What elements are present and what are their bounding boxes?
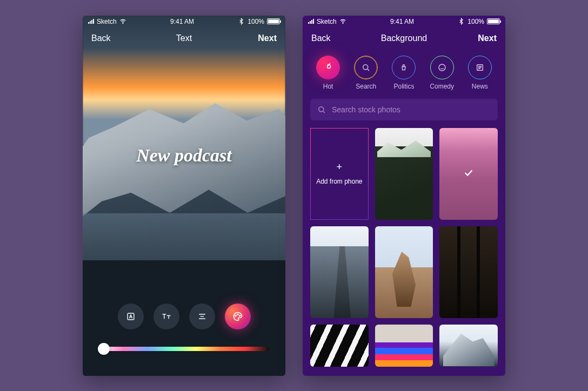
photo-tile-peak[interactable] xyxy=(439,325,498,367)
category-label: Politics xyxy=(393,83,414,90)
bluetooth-icon xyxy=(238,18,245,25)
category-label: News xyxy=(472,83,488,90)
nav-bar: Back Text Next xyxy=(83,28,285,49)
category-hot[interactable]: Hot xyxy=(312,56,344,90)
battery-percent: 100% xyxy=(248,18,264,25)
page-title: Text xyxy=(83,33,285,43)
category-politics[interactable]: Politics xyxy=(387,56,420,90)
photo-tile-rock[interactable] xyxy=(375,226,433,318)
align-center-icon xyxy=(197,311,208,322)
bluetooth-icon xyxy=(458,18,465,25)
svg-point-7 xyxy=(439,64,445,71)
slider-thumb[interactable] xyxy=(98,343,110,355)
search-icon xyxy=(361,63,371,72)
svg-point-5 xyxy=(343,23,343,24)
thumb-image xyxy=(375,325,433,367)
photo-tile-road[interactable] xyxy=(310,226,369,318)
thumb-image xyxy=(439,226,498,318)
photo-tile-glitch[interactable] xyxy=(375,325,433,367)
palette-icon xyxy=(232,311,243,322)
smile-icon xyxy=(437,63,447,72)
battery-icon xyxy=(267,18,280,24)
svg-point-3 xyxy=(237,314,238,315)
font-icon xyxy=(125,311,136,322)
next-button[interactable]: Next xyxy=(478,33,497,43)
news-icon xyxy=(475,63,485,72)
category-row: Hot Search Politics Comedy News xyxy=(303,49,505,96)
align-button[interactable] xyxy=(189,304,215,329)
status-bar: Sketch 9:41 AM 100% xyxy=(303,16,505,28)
back-button[interactable]: Back xyxy=(91,33,111,43)
next-button[interactable]: Next xyxy=(258,33,277,43)
svg-point-2 xyxy=(235,315,236,316)
text-toolbar xyxy=(83,304,285,329)
battery-icon xyxy=(487,18,500,24)
thumb-image xyxy=(310,226,369,318)
flame-icon xyxy=(323,63,333,72)
plus-icon: + xyxy=(337,161,343,173)
slider-track xyxy=(99,347,269,351)
category-search[interactable]: Search xyxy=(350,56,382,90)
podium-icon xyxy=(399,63,409,72)
search-bar[interactable] xyxy=(310,99,498,120)
signal-icon xyxy=(88,19,94,24)
carrier-label: Sketch xyxy=(317,18,337,25)
thumb-image xyxy=(375,226,433,318)
page-title: Background xyxy=(303,33,505,43)
color-button[interactable] xyxy=(225,304,251,329)
text-size-icon xyxy=(161,311,172,322)
wifi-icon xyxy=(339,18,346,25)
search-input[interactable] xyxy=(332,105,491,114)
photo-tile-dark[interactable] xyxy=(439,226,498,318)
svg-point-6 xyxy=(363,64,368,69)
carrier-label: Sketch xyxy=(97,18,117,25)
photo-tile-bw[interactable] xyxy=(310,325,369,367)
add-tile-label: Add from phone xyxy=(316,177,362,186)
category-label: Comedy xyxy=(430,83,454,90)
clock-label: 9:41 AM xyxy=(390,18,414,25)
add-from-phone-tile[interactable]: + Add from phone xyxy=(310,128,369,220)
thumb-image xyxy=(310,325,369,367)
color-slider[interactable] xyxy=(99,347,269,359)
screen-background-picker: Sketch 9:41 AM 100% Back Background Next… xyxy=(303,16,505,376)
svg-point-9 xyxy=(319,106,324,111)
category-label: Search xyxy=(356,83,376,90)
back-button[interactable]: Back xyxy=(311,33,331,43)
category-comedy[interactable]: Comedy xyxy=(426,56,458,90)
photo-tile-sunset[interactable] xyxy=(439,128,498,220)
font-button[interactable] xyxy=(118,304,144,329)
battery-percent: 100% xyxy=(467,18,484,25)
search-icon xyxy=(317,105,326,114)
svg-point-0 xyxy=(123,23,123,24)
nav-bar: Back Background Next xyxy=(303,28,505,49)
canvas-text[interactable]: New podcast xyxy=(83,145,285,166)
photo-grid: + Add from phone xyxy=(303,128,505,374)
category-label: Hot xyxy=(323,83,333,90)
size-button[interactable] xyxy=(153,304,179,329)
status-bar: Sketch 9:41 AM 100% xyxy=(83,16,285,28)
wifi-icon xyxy=(119,18,126,25)
svg-point-4 xyxy=(239,315,240,316)
category-news[interactable]: News xyxy=(464,56,496,90)
signal-icon xyxy=(308,19,314,24)
screen-text-editor: Sketch 9:41 AM 100% Back Text Next New p… xyxy=(83,16,285,376)
thumb-image xyxy=(375,128,433,220)
check-icon xyxy=(463,167,475,181)
photo-tile-forest[interactable] xyxy=(375,128,433,220)
clock-label: 9:41 AM xyxy=(170,18,194,25)
thumb-image xyxy=(439,325,498,367)
